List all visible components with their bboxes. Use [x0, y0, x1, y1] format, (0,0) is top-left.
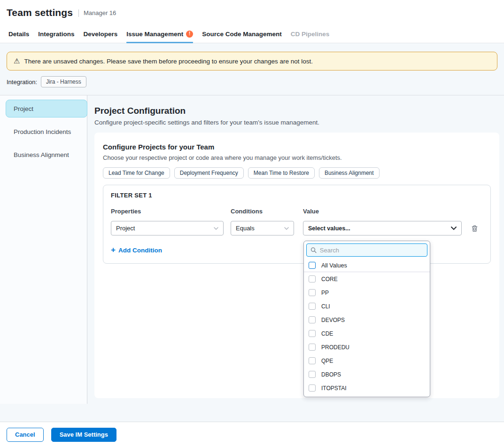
delete-filter-button[interactable]	[471, 225, 478, 232]
option-devops[interactable]: DEVOPS	[304, 313, 430, 327]
option-checkbox[interactable]	[309, 357, 316, 364]
value-dropdown-panel: All Values CORE PP CLI DEVOPS CDE PRODED…	[303, 241, 430, 397]
all-values-checkbox[interactable]	[309, 262, 316, 269]
filter-condition-row: Project Equals Select values...	[111, 221, 483, 235]
tab-developers[interactable]: Developers	[84, 25, 118, 43]
tab-details[interactable]: Details	[8, 25, 29, 43]
option-prodedu[interactable]: PRODEDU	[304, 340, 430, 354]
sidebar-item-business-alignment[interactable]: Business Alignment	[6, 146, 87, 164]
save-im-settings-button[interactable]: Save IM Settings	[51, 428, 116, 442]
option-checkbox[interactable]	[309, 303, 316, 310]
option-cli[interactable]: CLI	[304, 299, 430, 313]
chevron-down-icon	[451, 227, 457, 230]
integration-label: Integration:	[7, 76, 37, 86]
settings-sidebar: Project Production Incidents Business Al…	[0, 95, 87, 404]
tab-issue-management-label: Issue Management	[126, 31, 183, 38]
option-checkbox[interactable]	[309, 275, 316, 282]
card-subtitle: Choose your respective project or code a…	[103, 154, 491, 161]
value-select-placeholder: Select values...	[308, 225, 350, 232]
banner-text: There are unsaved changes. Please save t…	[24, 58, 313, 65]
filter-column-labels: Properties Conditions Value	[111, 208, 483, 215]
plus-icon: +	[111, 246, 116, 254]
footer-actions: Cancel Save IM Settings	[0, 422, 504, 447]
option-checkbox[interactable]	[309, 330, 316, 337]
option-all-values[interactable]: All Values	[304, 259, 430, 272]
option-checkbox[interactable]	[309, 289, 316, 296]
option-checkbox[interactable]	[309, 316, 316, 323]
integration-row: Integration: Jira - Harness	[0, 76, 504, 95]
search-input[interactable]	[320, 247, 423, 254]
sidebar-item-production-incidents[interactable]: Production Incidents	[6, 123, 87, 141]
filter-set-card: FILTER SET 1 Properties Conditions Value…	[103, 185, 491, 264]
search-icon	[310, 247, 317, 253]
tab-issue-management[interactable]: Issue Management !	[126, 25, 193, 43]
chip-deployment-frequency[interactable]: Deployment Frequency	[174, 167, 244, 179]
page-subtitle: Manager 16	[84, 9, 116, 16]
unsaved-changes-banner: ⚠ There are unsaved changes. Please save…	[7, 52, 497, 71]
value-column-label: Value	[303, 208, 462, 215]
content-region: ⚠ There are unsaved changes. Please save…	[0, 43, 504, 422]
conditions-column-label: Conditions	[231, 208, 294, 215]
option-core[interactable]: CORE	[304, 272, 430, 286]
section-title: Project Configuration	[94, 106, 499, 116]
chevron-down-icon	[284, 227, 289, 230]
chevron-down-icon	[214, 227, 218, 230]
option-checkbox[interactable]	[309, 384, 316, 392]
properties-select-value: Project	[116, 225, 135, 232]
option-checkbox[interactable]	[309, 344, 316, 351]
chip-business-alignment[interactable]: Business Alignment	[319, 167, 380, 179]
chip-lead-time-for-change[interactable]: Lead Time for Change	[103, 167, 170, 179]
tab-bar: Details Integrations Developers Issue Ma…	[0, 25, 504, 43]
option-dbops[interactable]: DBOPS	[304, 368, 430, 381]
tab-integrations[interactable]: Integrations	[38, 25, 74, 43]
option-pp[interactable]: PP	[304, 286, 430, 299]
all-values-label: All Values	[321, 262, 347, 269]
sidebar-item-project[interactable]: Project	[6, 100, 87, 118]
project-configuration-section: Project Configuration Configure project-…	[87, 95, 504, 422]
option-qpe[interactable]: QPE	[304, 354, 430, 368]
settings-body: Project Production Incidents Business Al…	[0, 95, 504, 422]
add-condition-label: Add Condition	[118, 247, 162, 254]
trash-icon	[471, 225, 478, 232]
option-itopstai[interactable]: ITOPSTAI	[304, 381, 430, 395]
page-title: Team settings	[7, 7, 73, 18]
option-checkbox[interactable]	[309, 371, 316, 378]
tab-source-code-management[interactable]: Source Code Management	[202, 25, 282, 43]
option-cde[interactable]: CDE	[304, 327, 430, 340]
properties-select[interactable]: Project	[111, 221, 224, 235]
option-pipe[interactable]: PIPE	[304, 395, 430, 397]
add-condition-button[interactable]: + Add Condition	[111, 247, 162, 254]
card-title: Configure Projects for your Team	[103, 143, 491, 151]
conditions-select-value: Equals	[236, 225, 255, 232]
app: Team settings Manager 16 Details Integra…	[0, 0, 504, 447]
configure-projects-card: Configure Projects for your Team Choose …	[94, 133, 499, 398]
chip-mean-time-to-restore[interactable]: Mean Time to Restore	[248, 167, 315, 179]
title-separator	[78, 9, 79, 17]
cancel-button[interactable]: Cancel	[7, 428, 44, 442]
conditions-select[interactable]: Equals	[231, 221, 294, 235]
metric-chips: Lead Time for Change Deployment Frequenc…	[103, 167, 491, 179]
tab-cd-pipelines: CD Pipelines	[291, 25, 330, 43]
integration-chip[interactable]: Jira - Harness	[41, 76, 86, 87]
alert-badge-icon: !	[186, 31, 193, 38]
value-select[interactable]: Select values... All Valu	[303, 221, 462, 235]
filter-set-title: FILTER SET 1	[111, 192, 483, 199]
properties-column-label: Properties	[111, 208, 224, 215]
warning-icon: ⚠	[14, 57, 20, 64]
dropdown-search	[306, 243, 427, 257]
section-subtitle: Configure project-specific settings and …	[94, 119, 499, 126]
page-header: Team settings Manager 16	[0, 0, 504, 25]
